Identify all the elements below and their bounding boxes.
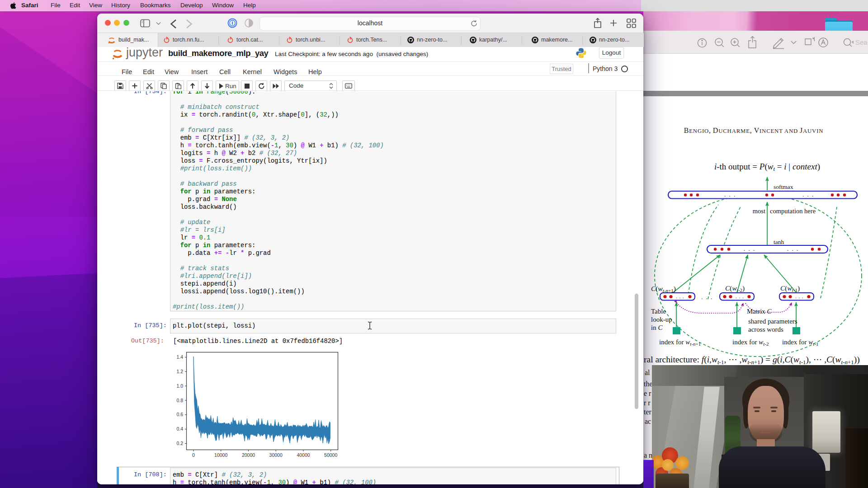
svg-text:across words: across words [748,326,783,333]
svg-text:. . .: . . . [701,294,713,300]
svg-text:computation here: computation here [770,207,816,215]
svg-text:tanh: tanh [774,239,784,245]
svg-text:Table: Table [651,308,666,315]
svg-text:1.2: 1.2 [176,369,183,374]
svg-text:. . .: . . . [787,245,799,252]
svg-text:Matrix C: Matrix C [747,308,772,315]
svg-text:index for wt-1: index for wt-1 [782,338,819,347]
svg-text:BENGIO, DUCHARME, VINCENT AND: BENGIO, DUCHARME, VINCENT AND JAUVIN [684,127,824,134]
svg-text:al: al [645,369,650,376]
svg-text:0.4: 0.4 [176,426,183,432]
svg-text:. . .: . . . [736,294,744,299]
svg-text:1.0: 1.0 [176,383,183,389]
svg-text:40000: 40000 [297,452,310,458]
svg-text:look-up: look-up [651,316,672,323]
svg-text:30000: 30000 [269,452,283,458]
svg-text:index for wt-2: index for wt-2 [732,338,769,347]
svg-text:Sea: Sea [855,38,868,46]
svg-text:C(wt-n+1): C(wt-n+1) [651,285,676,293]
svg-text:ac: ac [645,418,651,425]
svg-text:softmax: softmax [774,183,793,190]
svg-text:. . .: . . . [802,191,814,198]
svg-text:0.2: 0.2 [176,441,183,446]
svg-text:the: the [644,380,653,388]
svg-text:. . .: . . . [676,294,684,299]
svg-text:i-th output = P(wt = i | conte: i-th output = P(wt = i | context) [714,162,820,172]
svg-text:a n: a n [644,451,652,459]
svg-text:. . .: . . . [795,294,804,299]
svg-text:1.4: 1.4 [176,354,183,360]
svg-text:C(wt-1): C(wt-1) [780,284,800,293]
svg-text:50000: 50000 [324,452,337,458]
svg-text:most: most [753,207,765,215]
svg-text:ral architecture: f(i,wt-1, ··: ral architecture: f(i,wt-1, ··· ,wt-n+1)… [644,355,860,366]
svg-text:r r: r r [644,399,651,407]
svg-text:shared parameters: shared parameters [748,318,797,325]
svg-text:0.6: 0.6 [176,412,183,417]
svg-text:. . .: . . . [744,245,755,252]
svg-text:20000: 20000 [242,452,255,458]
svg-text:0.8: 0.8 [176,398,183,403]
svg-text:10000: 10000 [214,452,227,458]
svg-text:0: 0 [192,452,195,458]
svg-text:C(wt-2): C(wt-2) [725,284,745,293]
svg-text:e r: e r [644,389,651,397]
svg-text:ter: ter [644,408,652,416]
svg-text:. . .: . . . [724,191,736,198]
svg-text:Run: Run [225,83,236,89]
svg-text:index for wt-n+1: index for wt-n+1 [659,338,701,347]
svg-text:in C: in C [651,324,663,331]
